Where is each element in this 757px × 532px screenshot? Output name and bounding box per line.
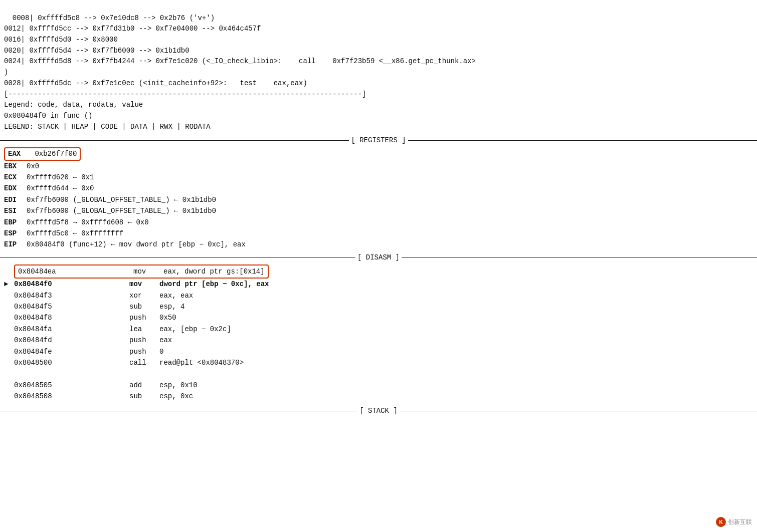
register-row: EDX 0xffffd644 ← 0x0 (4, 183, 753, 194)
reg-value: 0xf7fb6000 (_GLOBAL_OFFSET_TABLE_) ← 0x1… (27, 194, 216, 205)
line-paren: ) (4, 68, 8, 76)
watermark-text: 创新互联 (728, 518, 752, 526)
disasm-addr: 0x80484ea (18, 266, 133, 277)
disasm-row (4, 368, 753, 379)
disasm-op: lea (129, 324, 159, 335)
reg-name: ECX (4, 172, 27, 183)
disasm-divider-line-left (0, 257, 355, 257)
disasm-op: mov (129, 279, 159, 290)
disasm-current: 0x80484f0 movdword ptr [ebp − 0xc], eax (14, 279, 269, 290)
disasm-args: eax, [ebp − 0x2c] (159, 324, 231, 335)
disasm-addr: 0x80484fd (14, 335, 129, 346)
disasm-row: 0x80484fd pusheax (4, 335, 753, 346)
divider-line-left (0, 140, 349, 141)
disasm-row: 0x8048500 callread@plt <0x8048370> (4, 357, 753, 368)
reg-name: EBX (4, 161, 27, 172)
line-0028: 0028| 0xffffd5dc --> 0xf7e1c0ec (<init_c… (4, 79, 307, 87)
disasm-args: esp, 4 (159, 301, 184, 312)
disasm-row: 0x80484f3 xoreax, eax (4, 290, 753, 301)
disasm-row: 0x8048505 addesp, 0x10 (4, 380, 753, 391)
disasm-addr: 0x8048500 (14, 357, 129, 368)
register-row: ESI 0xf7fb6000 (_GLOBAL_OFFSET_TABLE_) ←… (4, 205, 753, 216)
disasm-addr: 0x80484f5 (14, 301, 129, 312)
disasm-row: 0x8048508 subesp, 0xc (4, 391, 753, 402)
reg-value: 0xffffd620 ← 0x1 (27, 172, 94, 183)
disasm-op: sub (129, 301, 159, 312)
disasm-args: read@plt <0x8048370> (159, 357, 244, 368)
line-0008: 0008| 0xffffd5c8 --> 0x7e10dc8 --> 0x2b7… (13, 14, 215, 22)
disasm-op: push (129, 335, 159, 346)
stack-divider-line-right (400, 411, 757, 411)
disasm-prefix: ► (4, 279, 14, 290)
register-row: EAX 0xb26f7f00 (4, 147, 753, 160)
reg-name: EAX (8, 148, 31, 159)
register-row: ECX 0xffffd620 ← 0x1 (4, 172, 753, 183)
reg-name: EDI (4, 194, 27, 205)
eax-highlighted: EAX 0xb26f7f00 (4, 147, 81, 160)
reg-value: 0x80484f0 (func+12) ← mov dword ptr [ebp… (27, 239, 246, 250)
register-row: EBX 0x0 (4, 161, 753, 172)
stack-label: [ STACK ] (357, 407, 400, 415)
disasm-highlighted: 0x80484ea moveax, dword ptr gs:[0x14] (14, 264, 269, 279)
disasm-divider: [ DISASM ] (0, 253, 757, 261)
disasm-op: push (129, 346, 159, 357)
disasm-section: 0x80484ea moveax, dword ptr gs:[0x14]► 0… (0, 263, 757, 403)
disasm-addr: 0x80484fe (14, 346, 129, 357)
reg-value: 0xffffd5f8 → 0xffffd608 ← 0x0 (27, 217, 149, 228)
disasm-args: esp, 0x10 (159, 380, 198, 391)
disasm-args: 0 (159, 346, 163, 357)
disasm-label: [ DISASM ] (355, 253, 402, 261)
line-legend2: LEGEND: STACK | HEAP | CODE | DATA | RWX… (4, 123, 211, 131)
line-dashes: [---------------------------------------… (4, 90, 366, 98)
watermark: K 创新互联 (716, 517, 752, 527)
disasm-row: 0x80484ea moveax, dword ptr gs:[0x14] (4, 264, 753, 279)
line-0024: 0024| 0xffffd5d8 --> 0xf7fb4244 --> 0xf7… (4, 57, 476, 65)
disasm-op: sub (129, 391, 159, 402)
disasm-addr: 0x80484f8 (14, 312, 129, 323)
divider-line-right (408, 140, 757, 141)
registers-divider: [ REGISTERS ] (0, 136, 757, 144)
reg-value: 0x0 (27, 161, 39, 172)
disasm-addr: 0x80484f0 (14, 279, 129, 290)
header-section: 0008| 0xffffd5c8 --> 0x7e10dc8 --> 0x2b7… (0, 0, 757, 134)
disasm-addr: 0x8048508 (14, 391, 129, 402)
disasm-op: add (129, 380, 159, 391)
disasm-args: eax (159, 335, 172, 346)
disasm-args: eax, dword ptr gs:[0x14] (163, 266, 265, 277)
disasm-op: xor (129, 290, 159, 301)
reg-name: ESI (4, 205, 27, 216)
disasm-args: dword ptr [ebp − 0xc], eax (159, 279, 269, 290)
line-0012: 0012| 0xffffd5cc --> 0xf7fd31b0 --> 0xf7… (4, 25, 261, 33)
disasm-addr: 0x80484f3 (14, 290, 129, 301)
register-row: EBP 0xffffd5f8 → 0xffffd608 ← 0x0 (4, 217, 753, 228)
line-0016: 0016| 0xffffd5d0 --> 0x8000 (4, 36, 118, 44)
registers-label: [ REGISTERS ] (349, 136, 408, 144)
line-0020: 0020| 0xffffd5d4 --> 0xf7fb6000 --> 0x1b… (4, 47, 190, 55)
line-legend: Legend: code, data, rodata, value (4, 101, 143, 109)
reg-value: 0xb26f7f00 (35, 148, 77, 159)
disasm-row: ► 0x80484f0 movdword ptr [ebp − 0xc], ea… (4, 279, 753, 290)
reg-value: 0xffffd644 ← 0x0 (27, 183, 94, 194)
disasm-op: call (129, 357, 159, 368)
disasm-args: esp, 0xc (159, 391, 193, 402)
reg-name: EBP (4, 217, 27, 228)
register-row: EDI 0xf7fb6000 (_GLOBAL_OFFSET_TABLE_) ←… (4, 194, 753, 205)
line-func: 0x080484f0 in func () (4, 112, 92, 120)
reg-value: 0xffffd5c0 ← 0xffffffff (27, 228, 123, 239)
reg-value: 0xf7fb6000 (_GLOBAL_OFFSET_TABLE_) ← 0x1… (27, 205, 216, 216)
disasm-row: 0x80484f5 subesp, 4 (4, 301, 753, 312)
stack-divider: [ STACK ] (0, 407, 757, 415)
register-row: EIP 0x80484f0 (func+12) ← mov dword ptr … (4, 239, 753, 250)
disasm-args: 0x50 (159, 312, 176, 323)
register-row: ESP 0xffffd5c0 ← 0xffffffff (4, 228, 753, 239)
disasm-divider-line-right (402, 257, 757, 257)
disasm-row: 0x80484fe push0 (4, 346, 753, 357)
reg-name: EDX (4, 183, 27, 194)
reg-name: EIP (4, 239, 27, 250)
disasm-op: mov (133, 266, 163, 277)
watermark-icon: K (716, 517, 726, 527)
disasm-op: push (129, 312, 159, 323)
disasm-addr: 0x8048505 (14, 380, 129, 391)
disasm-addr: 0x80484fa (14, 324, 129, 335)
reg-name: ESP (4, 228, 27, 239)
